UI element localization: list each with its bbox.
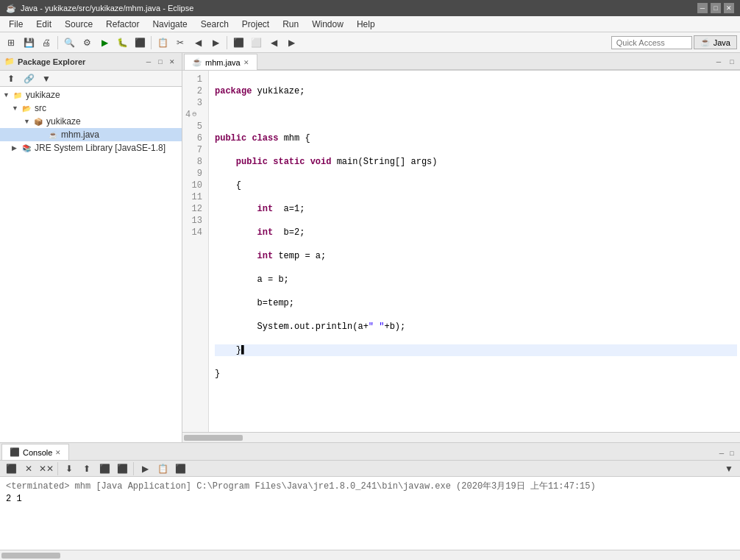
code-line-7: int b=2; bbox=[215, 227, 737, 238]
code-line-1: package yukikaze; bbox=[215, 85, 737, 97]
menu-edit[interactable]: Edit bbox=[30, 18, 57, 31]
toolbar-btn-12[interactable]: ▶ bbox=[207, 35, 224, 51]
code-line-9: a = b; bbox=[215, 274, 737, 286]
code-editor-panel: ☕ mhm.java ✕ ─ □ 1 2 3 4 ⊖ 5 6 7 bbox=[182, 53, 740, 442]
tree-item-src[interactable]: ▼ 📂 src bbox=[0, 102, 182, 115]
menu-window[interactable]: Window bbox=[306, 18, 349, 31]
package-explorer-toolbar: ⬆ 🔗 ▼ bbox=[0, 71, 182, 87]
new-button[interactable]: ⊞ bbox=[3, 35, 19, 51]
console-minimize-button[interactable]: ─ bbox=[716, 448, 727, 458]
window-title: Java - yukikaze/src/yukikaze/mhm.java - … bbox=[21, 4, 193, 13]
console-btn-9[interactable]: 📋 bbox=[154, 461, 171, 477]
toolbar-btn-7[interactable]: 🐛 bbox=[114, 35, 130, 51]
java-file-icon: ☕ bbox=[47, 129, 59, 141]
src-label: src bbox=[35, 103, 46, 113]
console-btn-8[interactable]: ▶ bbox=[137, 461, 153, 477]
panel-menu-button[interactable]: ▼ bbox=[38, 71, 54, 87]
console-tab-close[interactable]: ✕ bbox=[55, 449, 61, 456]
toolbar-btn-2[interactable]: 💾 bbox=[21, 35, 37, 51]
tree-item-package[interactable]: ▼ 📦 yukikaze bbox=[0, 115, 182, 128]
menu-file[interactable]: File bbox=[3, 18, 29, 31]
console-tab-bar: ⬛ Console ✕ ─ □ bbox=[0, 443, 740, 461]
tree-item-jre[interactable]: ▶ 📚 JRE System Library [JavaSE-1.8] bbox=[0, 141, 182, 155]
editors-area: 📁 Package Explorer ─ □ ✕ ⬆ 🔗 ▼ ▼ 📁 yukik… bbox=[0, 53, 740, 442]
console-btn-1[interactable]: ⬛ bbox=[3, 461, 19, 477]
title-bar: ☕ Java - yukikaze/src/yukikaze/mhm.java … bbox=[0, 0, 740, 16]
console-btn-4[interactable]: ⬇ bbox=[61, 461, 77, 477]
console-btn-11[interactable]: ▼ bbox=[721, 461, 737, 477]
editor-tab-close-button[interactable]: ✕ bbox=[243, 59, 249, 66]
package-explorer-title: Package Explorer bbox=[18, 57, 140, 66]
maximize-panel-button[interactable]: □ bbox=[155, 57, 166, 67]
java-perspective-button[interactable]: ☕ Java bbox=[694, 35, 737, 49]
toolbar-sep-3 bbox=[227, 36, 227, 49]
java-icon: ☕ bbox=[700, 38, 711, 47]
package-explorer-icon: 📁 bbox=[4, 57, 15, 66]
toolbar-btn-4[interactable]: 🔍 bbox=[61, 35, 77, 51]
code-line-6: int a=1; bbox=[215, 203, 737, 215]
toolbar-btn-9[interactable]: 📋 bbox=[154, 35, 171, 51]
package-icon: 📦 bbox=[32, 116, 44, 127]
minimize-button[interactable]: ─ bbox=[697, 3, 708, 13]
console-horizontal-scrollbar[interactable] bbox=[0, 550, 740, 560]
menu-navigate[interactable]: Navigate bbox=[146, 18, 193, 31]
quick-access-input[interactable] bbox=[611, 36, 692, 49]
code-line-4: public static void main(String[] args) bbox=[215, 156, 737, 168]
console-clear-button[interactable]: ✕ bbox=[21, 461, 37, 477]
console-btn-10[interactable]: ⬛ bbox=[172, 461, 188, 477]
editor-maximize-button[interactable]: □ bbox=[727, 57, 737, 67]
toolbar-btn-11[interactable]: ◀ bbox=[190, 35, 206, 51]
code-content[interactable]: package yukikaze; public class mhm { pub… bbox=[209, 71, 740, 432]
console-btn-6[interactable]: ⬛ bbox=[96, 461, 113, 477]
tree-item-project[interactable]: ▼ 📁 yukikaze bbox=[0, 88, 182, 102]
close-panel-button[interactable]: ✕ bbox=[167, 57, 177, 67]
minimize-panel-button[interactable]: ─ bbox=[143, 57, 154, 67]
code-line-10: b=temp; bbox=[215, 297, 737, 309]
editor-scroll-thumb[interactable] bbox=[184, 435, 243, 441]
code-line-2 bbox=[215, 109, 737, 121]
toolbar-btn-10[interactable]: ✂ bbox=[172, 35, 188, 51]
code-line-13: } bbox=[215, 368, 737, 380]
package-explorer-header: 📁 Package Explorer ─ □ ✕ bbox=[0, 53, 182, 71]
code-area[interactable]: 1 2 3 4 ⊖ 5 6 7 8 9 10 11 12 13 14 packa… bbox=[182, 71, 740, 432]
console-scroll-thumb[interactable] bbox=[1, 553, 60, 559]
console-btn-3[interactable]: ✕✕ bbox=[38, 461, 54, 477]
console-btn-5[interactable]: ⬆ bbox=[79, 461, 95, 477]
toolbar-btn-3[interactable]: 🖨 bbox=[38, 35, 54, 51]
console-output: <terminated> mhm [Java Application] C:\P… bbox=[0, 477, 740, 550]
editor-panel-controls: ─ □ bbox=[257, 54, 740, 70]
console-btn-7[interactable]: ⬛ bbox=[114, 461, 130, 477]
file-tree: ▼ 📁 yukikaze ▼ 📂 src ▼ 📦 yukikaze bbox=[0, 87, 182, 442]
fold-marker-4[interactable]: ⊖ bbox=[192, 109, 196, 121]
menu-run[interactable]: Run bbox=[277, 18, 305, 31]
toolbar-btn-8[interactable]: ⬛ bbox=[132, 35, 148, 51]
menu-refactor[interactable]: Refactor bbox=[100, 18, 145, 31]
menu-source[interactable]: Source bbox=[59, 18, 99, 31]
code-line-12: }▌ bbox=[215, 344, 737, 356]
menu-project[interactable]: Project bbox=[236, 18, 275, 31]
project-icon: 📁 bbox=[12, 89, 24, 101]
console-tab[interactable]: ⬛ Console ✕ bbox=[1, 444, 69, 460]
maximize-button[interactable]: □ bbox=[711, 3, 721, 13]
toolbar-btn-14[interactable]: ⬜ bbox=[248, 35, 264, 51]
perspective-label: Java bbox=[714, 38, 730, 47]
toolbar-btn-16[interactable]: ▶ bbox=[283, 35, 299, 51]
editor-horizontal-scrollbar[interactable] bbox=[182, 432, 740, 442]
menu-search[interactable]: Search bbox=[195, 18, 235, 31]
line-numbers: 1 2 3 4 ⊖ 5 6 7 8 9 10 11 12 13 14 bbox=[182, 71, 209, 432]
toolbar: ⊞ 💾 🖨 🔍 ⚙ ▶ 🐛 ⬛ 📋 ✂ ◀ ▶ ⬛ ⬜ ◀ ▶ ☕ Java bbox=[0, 32, 740, 53]
close-button[interactable]: ✕ bbox=[724, 3, 734, 13]
tree-arrow-src: ▼ bbox=[12, 104, 21, 112]
link-editor-button[interactable]: 🔗 bbox=[21, 71, 37, 87]
toolbar-sep-2 bbox=[151, 36, 152, 49]
toolbar-btn-5[interactable]: ⚙ bbox=[79, 35, 95, 51]
menu-help[interactable]: Help bbox=[351, 18, 381, 31]
editor-tab-mhm[interactable]: ☕ mhm.java ✕ bbox=[184, 54, 257, 70]
run-button[interactable]: ▶ bbox=[96, 35, 113, 51]
console-maximize-button[interactable]: □ bbox=[727, 448, 737, 458]
tree-item-mhm-java[interactable]: ☕ mhm.java bbox=[0, 128, 182, 141]
editor-minimize-button[interactable]: ─ bbox=[714, 57, 724, 67]
collapse-all-button[interactable]: ⬆ bbox=[3, 71, 19, 87]
toolbar-btn-13[interactable]: ⬛ bbox=[230, 35, 246, 51]
toolbar-btn-15[interactable]: ◀ bbox=[266, 35, 282, 51]
